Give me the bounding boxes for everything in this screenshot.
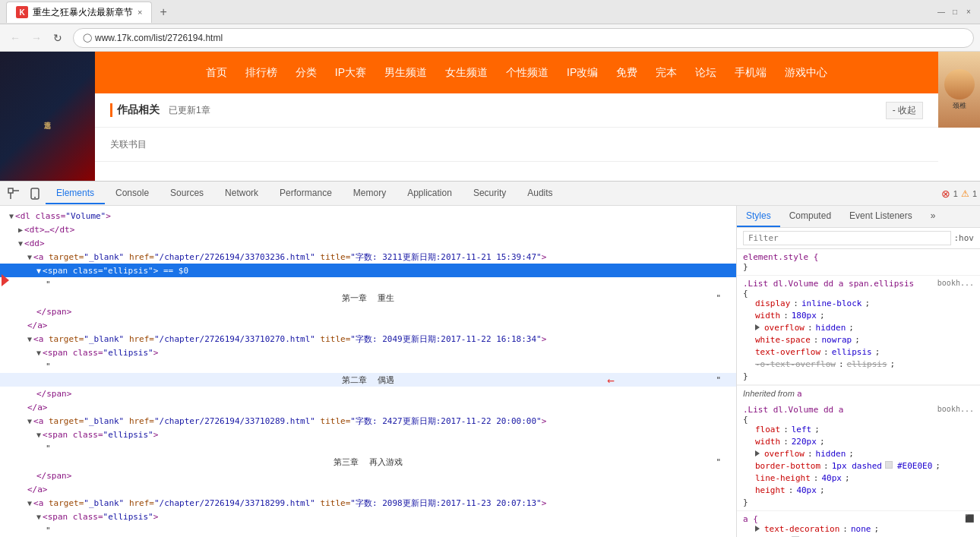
- nav-forum[interactable]: 论坛: [695, 66, 716, 80]
- dom-line[interactable]: 第二章 偶遇 ← ": [0, 373, 736, 387]
- expand-icon[interactable]: ▼: [27, 417, 32, 425]
- style-property: text-decoration: none;: [743, 524, 974, 536]
- style-selector[interactable]: .List dl.Volume dd a span.ellipsis: [743, 279, 914, 289]
- subtitle-text: 关联书目: [110, 138, 147, 151]
- nav-game[interactable]: 游戏中心: [785, 66, 827, 80]
- expand-property-icon[interactable]: [755, 526, 760, 532]
- dom-line[interactable]: ▼ <dd>: [0, 236, 736, 250]
- favicon: K: [16, 6, 28, 18]
- dom-line[interactable]: ▼ <span class="ellipsis">: [0, 346, 736, 359]
- dom-line[interactable]: ▼ <a target="_blank" href="/chapter/2726…: [0, 496, 736, 510]
- tab-network[interactable]: Network: [214, 183, 269, 204]
- style-property: width: 180px;: [743, 311, 974, 323]
- event-listeners-tab[interactable]: Event Listeners: [840, 206, 922, 227]
- nav-free[interactable]: 免费: [616, 66, 637, 80]
- expand-icon[interactable]: ▶: [18, 226, 23, 234]
- dom-line[interactable]: ": [0, 441, 736, 455]
- browser-titlebar: K 重生之狂暴火法最新章节 × + — □ ×: [0, 0, 980, 24]
- styles-tab[interactable]: Styles: [737, 206, 780, 227]
- nav-complete[interactable]: 完本: [656, 66, 677, 80]
- expand-icon[interactable]: ▼: [9, 212, 14, 220]
- new-tab-button[interactable]: +: [155, 5, 171, 19]
- dom-line[interactable]: ": [0, 523, 736, 537]
- dom-panel[interactable]: ▼ <dl class="Volume"> ▶ <dt>…</dt> ▼ <dd…: [0, 206, 737, 537]
- style-rule: element.style { }: [737, 249, 980, 276]
- expand-icon[interactable]: ▼: [36, 431, 41, 439]
- dom-line[interactable]: ▼ <a target="_blank" href="/chapter/2726…: [0, 250, 736, 264]
- tab-security[interactable]: Security: [463, 183, 517, 204]
- nav-female[interactable]: 女生频道: [445, 66, 488, 80]
- expand-icon[interactable]: ▼: [18, 239, 23, 248]
- dom-line[interactable]: ▼ <span class="ellipsis">: [0, 428, 736, 441]
- style-selector[interactable]: .List dl.Volume dd a: [743, 405, 843, 415]
- style-property: float: left;: [743, 425, 974, 437]
- expand-property-icon[interactable]: [755, 324, 760, 330]
- dom-line[interactable]: ▼ <span class="ellipsis">: [0, 510, 736, 523]
- nav-personal[interactable]: 个性频道: [506, 66, 548, 80]
- tab-sources[interactable]: Sources: [160, 183, 214, 204]
- collapse-button[interactable]: - 收起: [886, 102, 923, 119]
- color-swatch[interactable]: [885, 461, 893, 469]
- dom-line[interactable]: ": [0, 359, 736, 373]
- more-tabs-button[interactable]: »: [922, 206, 945, 227]
- nav-rank[interactable]: 排行榜: [245, 66, 277, 80]
- computed-tab[interactable]: Computed: [780, 206, 840, 227]
- dom-line[interactable]: </span>: [0, 305, 736, 318]
- expand-icon[interactable]: ▼: [36, 349, 41, 357]
- refresh-button[interactable]: ↻: [49, 29, 67, 47]
- minimize-button[interactable]: —: [936, 7, 947, 17]
- tab-performance[interactable]: Performance: [269, 183, 343, 204]
- dom-line-selected[interactable]: ▼ <span class="ellipsis"> == $0: [0, 264, 736, 277]
- source-link[interactable]: bookh...: [937, 405, 974, 415]
- url-bar[interactable]: ◯ www.17k.com/list/2726194.html: [73, 28, 974, 48]
- expand-icon[interactable]: ▼: [27, 253, 32, 261]
- browser-tab[interactable]: K 重生之狂暴火法最新章节 ×: [6, 2, 152, 23]
- back-button[interactable]: ←: [6, 29, 24, 47]
- nav-ip-edit[interactable]: IP改编: [567, 66, 598, 80]
- close-window-button[interactable]: ×: [963, 7, 974, 17]
- style-selector[interactable]: element.style {: [743, 252, 818, 262]
- tab-application[interactable]: Application: [397, 183, 463, 204]
- nav-mobile[interactable]: 手机端: [735, 66, 767, 80]
- dom-line[interactable]: ▼ <dl class="Volume">: [0, 209, 736, 223]
- style-rule: .List dl.Volume dd a span.ellipsis bookh…: [737, 276, 980, 385]
- expand-icon[interactable]: ▼: [36, 513, 41, 521]
- dom-line[interactable]: </a>: [0, 400, 736, 414]
- expand-icon[interactable]: ▼: [27, 499, 32, 507]
- style-selector[interactable]: a {: [743, 514, 758, 524]
- expand-property-icon[interactable]: [755, 450, 760, 456]
- tab-memory[interactable]: Memory: [343, 183, 397, 204]
- dom-line[interactable]: ▼ <a target="_blank" href="/chapter/2726…: [0, 332, 736, 346]
- tab-console[interactable]: Console: [105, 183, 160, 204]
- nav-male[interactable]: 男生频道: [384, 66, 427, 80]
- dom-line[interactable]: 第一章 重生 ": [0, 291, 736, 305]
- update-text: 已更新1章: [169, 104, 210, 117]
- nav-ip[interactable]: IP大赛: [335, 66, 366, 80]
- tab-audits[interactable]: Audits: [517, 183, 563, 204]
- site-content-area: 作品相关 已更新1章 - 收起: [95, 93, 938, 128]
- window-controls: — □ ×: [936, 7, 974, 17]
- pseudo-class-filter[interactable]: :hov: [954, 233, 975, 243]
- tab-close-btn[interactable]: ×: [138, 8, 142, 17]
- filter-input[interactable]: [743, 231, 951, 245]
- forward-button[interactable]: →: [27, 29, 46, 47]
- source-link[interactable]: bookh...: [937, 279, 974, 289]
- dom-line[interactable]: ▼ <a target="_blank" href="/chapter/2726…: [0, 414, 736, 428]
- dom-line[interactable]: </a>: [0, 318, 736, 332]
- device-toggle-button[interactable]: [24, 183, 46, 204]
- tab-elements[interactable]: Elements: [46, 183, 105, 204]
- section-title: 作品相关: [110, 103, 160, 117]
- dom-line[interactable]: 第三章 再入游戏 ": [0, 455, 736, 469]
- dom-line[interactable]: </span>: [0, 387, 736, 400]
- site-header: 首页 排行榜 分类 IP大赛 男生频道 女生频道 个性频道 IP改编 免费 完本…: [95, 52, 938, 93]
- maximize-button[interactable]: □: [950, 7, 960, 17]
- dom-line[interactable]: ▶ <dt>…</dt>: [0, 223, 736, 236]
- dom-line[interactable]: ": [0, 277, 736, 291]
- nav-home[interactable]: 首页: [206, 66, 227, 80]
- dom-line[interactable]: </a>: [0, 482, 736, 496]
- expand-icon[interactable]: ▼: [27, 335, 32, 343]
- devtools-alerts: ⊗ 1 ⚠ 1: [941, 188, 977, 200]
- dom-line[interactable]: </span>: [0, 469, 736, 482]
- nav-category[interactable]: 分类: [296, 66, 317, 80]
- inspect-element-button[interactable]: [3, 183, 24, 204]
